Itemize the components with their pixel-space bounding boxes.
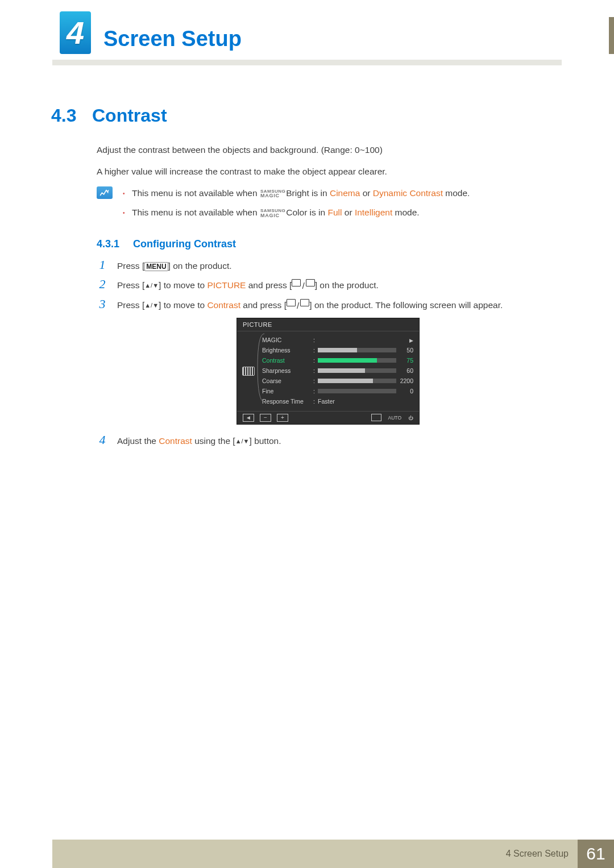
- section-number: 4.3: [51, 105, 92, 126]
- step-item: 4 Adjust the Contrast using the [▲/▼] bu…: [98, 433, 558, 448]
- osd-row-value: 0: [396, 388, 413, 394]
- subsection-heading: 4.3.1Configuring Contrast: [97, 238, 236, 250]
- osd-slider-bar: [318, 358, 396, 363]
- chapter-title: Screen Setup: [103, 28, 242, 49]
- osd-row: Response Time:Faster: [262, 396, 413, 406]
- up-down-arrows-icon: ▲/▼: [235, 437, 250, 446]
- osd-row: Fine:0: [262, 386, 413, 396]
- step-item: 1 Press [MENU] on the product.: [98, 258, 558, 273]
- intro-paragraph-1: Adjust the contrast between the objects …: [97, 143, 551, 157]
- osd-row-label: Fine: [262, 388, 313, 394]
- section-body: Adjust the contrast between the objects …: [97, 143, 551, 225]
- subsection-number: 4.3.1: [97, 238, 133, 250]
- osd-row: Contrast:75: [262, 355, 413, 366]
- osd-decor-curve-icon: [256, 333, 265, 403]
- osd-row-label: Coarse: [262, 377, 313, 384]
- chapter-number-badge: 4: [60, 11, 91, 54]
- page-footer: 4 Screen Setup 61: [0, 840, 614, 868]
- step-item: 2 Press [▲/▼] to move to PICTURE and pre…: [98, 277, 558, 293]
- enter-source-icon: /: [292, 279, 314, 293]
- osd-row-label: MAGIC: [262, 337, 313, 343]
- samsung-magic-logo: SAMSUNGMAGIC: [260, 209, 285, 217]
- step-number: 3: [98, 297, 107, 311]
- footer-page-number: 61: [578, 840, 614, 868]
- note-icon: [97, 186, 113, 199]
- enter-source-icon: /: [287, 299, 309, 313]
- osd-row-label: Brightness: [262, 347, 313, 354]
- osd-plus-icon: +: [277, 414, 288, 422]
- step-number: 4: [98, 433, 107, 447]
- osd-row-value: 50: [396, 347, 413, 354]
- osd-auto-label: AUTO: [388, 415, 401, 421]
- osd-row-value: 2200: [396, 377, 413, 384]
- osd-minus-icon: −: [260, 414, 271, 422]
- osd-foot: ◄ − + AUTO ⏻: [237, 411, 419, 424]
- osd-row: Brightness:50: [262, 345, 413, 355]
- footer-chapter-label: 4 Screen Setup: [52, 840, 578, 868]
- osd-source-icon: [371, 414, 381, 421]
- osd-row-label: Response Time: [262, 398, 313, 405]
- header-rule: [52, 60, 562, 65]
- osd-power-icon: ⏻: [408, 415, 413, 421]
- chapter-header: 4 Screen Setup: [60, 11, 242, 54]
- samsung-magic-logo: SAMSUNGMAGIC: [260, 189, 285, 198]
- osd-row-value: ▶: [396, 337, 413, 343]
- up-down-arrows-icon: ▲/▼: [144, 301, 159, 310]
- osd-row: Coarse:2200: [262, 376, 413, 386]
- osd-row-value: 60: [396, 367, 413, 374]
- menu-key-icon: MENU: [144, 262, 168, 271]
- note-item: This menu is not available when SAMSUNGM…: [123, 186, 470, 200]
- osd-row-label: Sharpness: [262, 367, 313, 374]
- osd-row: MAGIC:▶: [262, 335, 413, 345]
- osd-slider-bar: [318, 368, 396, 373]
- note-item: This menu is not available when SAMSUNGM…: [123, 206, 470, 219]
- osd-back-icon: ◄: [243, 414, 254, 422]
- step-number: 2: [98, 277, 107, 291]
- steps-list: 1 Press [MENU] on the product. 2 Press […: [98, 258, 558, 452]
- page-tab-stub: [609, 17, 614, 54]
- osd-slider-bar: [318, 389, 396, 393]
- osd-rows: MAGIC:▶Brightness:50Contrast:75Sharpness…: [260, 331, 419, 411]
- osd-menu: PICTURE MAGIC:▶Brightness:50Contrast:75S…: [237, 318, 419, 424]
- note-list: This menu is not available when SAMSUNGM…: [123, 186, 470, 225]
- step-item: 3 Press [▲/▼] to move to Contrast and pr…: [98, 297, 558, 313]
- osd-slider-bar: [318, 379, 396, 383]
- up-down-arrows-icon: ▲/▼: [144, 281, 159, 290]
- osd-title: PICTURE: [237, 318, 419, 331]
- osd-slider-bar: [318, 348, 396, 352]
- intro-paragraph-2: A higher value will increase the contras…: [97, 165, 551, 178]
- osd-row-value-text: Faster: [318, 398, 396, 405]
- subsection-title: Configuring Contrast: [133, 238, 236, 250]
- osd-row-label: Contrast: [262, 357, 313, 364]
- osd-row-value: 75: [396, 357, 413, 364]
- section-title: Contrast: [92, 105, 167, 126]
- section-heading: 4.3Contrast: [51, 105, 167, 126]
- osd-row: Sharpness:60: [262, 366, 413, 376]
- step-number: 1: [98, 258, 107, 272]
